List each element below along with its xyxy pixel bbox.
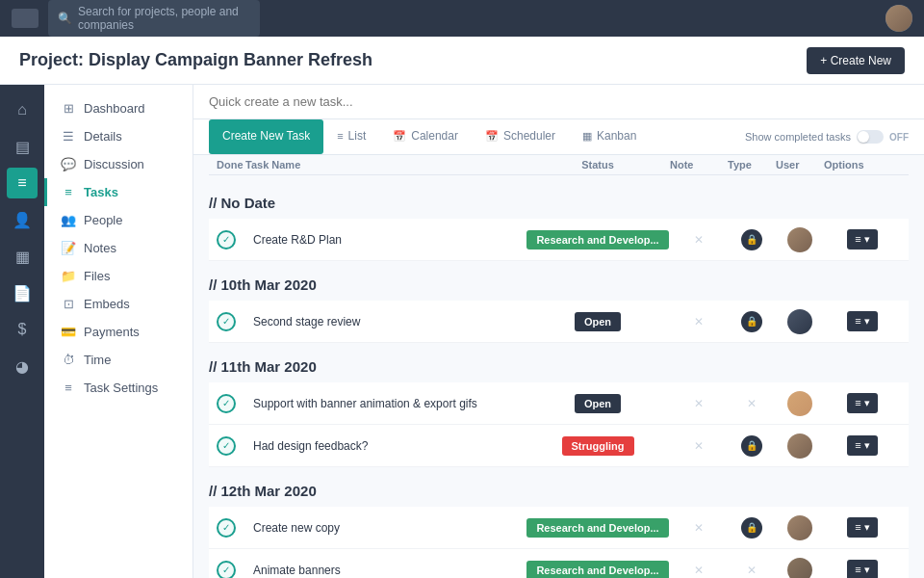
create-new-button[interactable]: + Create New [807, 47, 905, 74]
toggle-switch[interactable] [857, 130, 884, 144]
content-area: Create New Task ≡ List 📅 Calendar 📅 Sche… [193, 85, 924, 578]
task-avatar[interactable] [787, 558, 812, 579]
tab-scheduler[interactable]: 📅 Scheduler [472, 119, 569, 154]
sidebar-icon-pie[interactable]: ◕ [7, 351, 38, 381]
sidebar-icon-file[interactable]: 📄 [7, 277, 38, 308]
options-cell: ≡ ▾ [824, 517, 901, 538]
sidebar-item-files[interactable]: 📁 Files [44, 262, 192, 290]
status-badge[interactable]: Open [575, 312, 621, 331]
task-checkbox[interactable]: ✓ [217, 561, 236, 579]
tab-create-new-task[interactable]: Create New Task [209, 119, 323, 154]
sidebar-item-label: Tasks [84, 185, 118, 199]
lock-icon[interactable]: 🔒 [741, 229, 762, 250]
sidebar-item-embeds[interactable]: ⊡ Embeds [44, 290, 192, 318]
tab-kanban[interactable]: ▦ Kanban [569, 119, 650, 154]
status-badge[interactable]: Research and Develop... [526, 230, 668, 250]
sidebar-icon-home[interactable]: ⌂ [7, 94, 38, 125]
task-name-cell: Create new copy [245, 521, 526, 535]
tab-label: Kanban [597, 129, 636, 143]
no-lock-placeholder: ✕ [747, 564, 757, 577]
sidebar-icon-dollar[interactable]: $ [7, 314, 38, 345]
sidebar-item-tasks[interactable]: ≡ Tasks [44, 178, 192, 206]
show-completed-toggle[interactable]: Show completed tasks OFF [745, 130, 909, 144]
list-tab-icon: ≡ [337, 130, 343, 142]
sidebar-item-discussion[interactable]: 💬 Discussion [44, 150, 192, 178]
sidebar-item-payments[interactable]: 💳 Payments [44, 318, 192, 346]
sidebar-item-time[interactable]: ⏱ Time [44, 346, 192, 374]
toggle-knob [858, 131, 869, 143]
sidebar-icon-chart[interactable]: ▦ [7, 241, 38, 272]
options-menu-button[interactable]: ≡ ▾ [847, 393, 877, 413]
note-cell: ✕ [670, 521, 728, 535]
col-user: User [776, 159, 824, 171]
remove-icon[interactable]: ✕ [694, 233, 704, 247]
task-settings-icon: ≡ [61, 381, 76, 395]
sidebar-item-people[interactable]: 👥 People [44, 206, 192, 234]
task-avatar[interactable] [787, 227, 812, 252]
lock-icon[interactable]: 🔒 [741, 517, 762, 539]
status-cell: Open [526, 312, 670, 331]
people-icon: 👥 [61, 213, 76, 227]
status-badge[interactable]: Research and Develop... [526, 518, 668, 538]
sidebar-item-details[interactable]: ☰ Details [44, 122, 192, 150]
lock-icon[interactable]: 🔒 [741, 435, 762, 457]
options-menu-button[interactable]: ≡ ▾ [847, 435, 877, 456]
sidebar-item-task-settings[interactable]: ≡ Task Settings [44, 374, 192, 402]
options-menu-button[interactable]: ≡ ▾ [847, 229, 877, 250]
col-task-name: Task Name [245, 159, 526, 171]
note-cell: ✕ [670, 439, 728, 453]
options-menu-button[interactable]: ≡ ▾ [847, 560, 877, 578]
search-bar[interactable]: 🔍 Search for projects, people and compan… [48, 0, 260, 37]
remove-icon[interactable]: ✕ [694, 564, 704, 577]
task-list: Done Task Name Status Note Type User Opt… [193, 155, 924, 578]
remove-icon[interactable]: ✕ [694, 521, 704, 535]
task-avatar[interactable] [787, 434, 812, 459]
task-avatar[interactable] [787, 391, 812, 416]
scheduler-tab-icon: 📅 [485, 130, 499, 143]
tab-label: Scheduler [503, 129, 555, 143]
sidebar-item-label: Details [84, 129, 122, 144]
quick-create-bar [193, 85, 924, 119]
task-checkbox[interactable]: ✓ [217, 394, 236, 413]
task-checkbox[interactable]: ✓ [217, 436, 236, 456]
quick-create-input[interactable] [209, 94, 909, 109]
options-cell: ≡ ▾ [824, 560, 901, 578]
type-cell: ✕ [728, 397, 776, 410]
table-row: ✓ Animate banners Research and Develop..… [209, 549, 909, 578]
status-badge[interactable]: Struggling [562, 436, 634, 456]
status-cell: Research and Develop... [526, 561, 670, 579]
app-logo [12, 9, 38, 28]
status-badge[interactable]: Open [575, 394, 621, 413]
status-badge[interactable]: Research and Develop... [526, 561, 668, 579]
calendar-tab-icon: 📅 [393, 130, 406, 143]
options-menu-button[interactable]: ≡ ▾ [847, 517, 877, 538]
sidebar-item-label: Notes [84, 241, 116, 255]
section-no-date: // No Date [209, 179, 909, 219]
options-menu-button[interactable]: ≡ ▾ [847, 311, 877, 331]
sidebar-icon-list[interactable]: ≡ [7, 168, 38, 198]
task-avatar[interactable] [787, 515, 812, 540]
col-note: Note [670, 159, 728, 171]
col-status: Status [526, 159, 670, 171]
task-avatar[interactable] [787, 309, 812, 334]
type-cell: 🔒 [728, 517, 776, 539]
sidebar-icon-layout[interactable]: ▤ [7, 131, 38, 162]
remove-icon[interactable]: ✕ [694, 439, 704, 453]
discussion-icon: 💬 [61, 157, 76, 171]
tab-calendar[interactable]: 📅 Calendar [379, 119, 472, 154]
sidebar-item-dashboard[interactable]: ⊞ Dashboard [44, 94, 192, 122]
task-checkbox[interactable]: ✓ [217, 518, 236, 538]
remove-icon[interactable]: ✕ [694, 397, 704, 410]
tab-list[interactable]: ≡ List [323, 119, 379, 154]
lock-icon[interactable]: 🔒 [741, 311, 762, 332]
task-name-cell: Animate banners [245, 564, 526, 577]
sidebar-item-notes[interactable]: 📝 Notes [44, 234, 192, 262]
type-cell: 🔒 [728, 311, 776, 332]
task-checkbox[interactable]: ✓ [217, 312, 236, 331]
user-avatar[interactable] [886, 5, 912, 32]
remove-icon[interactable]: ✕ [694, 315, 704, 328]
table-row: ✓ Had design feedback? Struggling ✕ 🔒 ≡ … [209, 425, 909, 467]
task-checkbox[interactable]: ✓ [217, 230, 236, 250]
sidebar-icon-person[interactable]: 👤 [7, 204, 38, 235]
sidebar-item-label: Discussion [84, 157, 144, 171]
